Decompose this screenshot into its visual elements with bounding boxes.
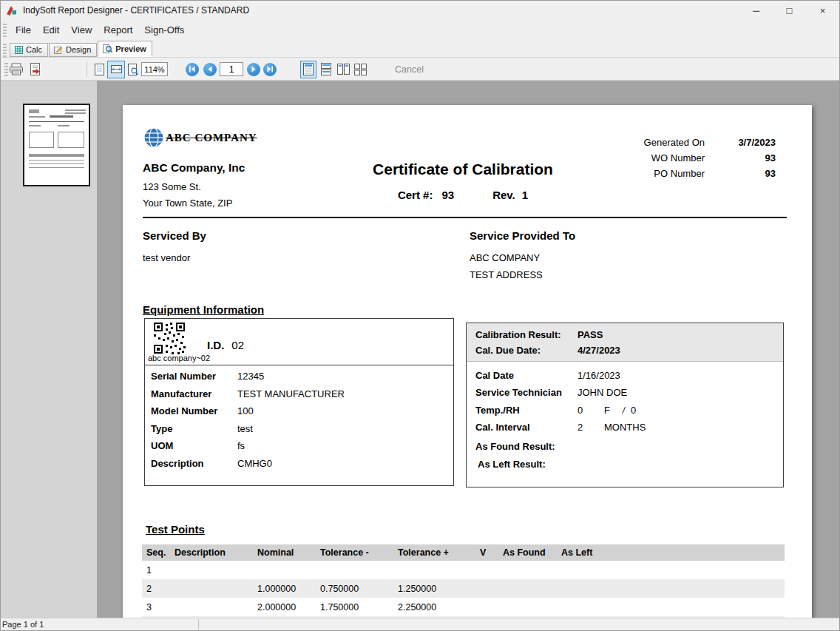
menu-edit[interactable]: Edit: [37, 22, 65, 38]
field-value: 12345: [237, 371, 264, 382]
document-page: ABC COMPANY Generated On 3/7/2023 WO Num…: [123, 105, 812, 618]
col-description: Description: [175, 544, 226, 561]
single-page-view-button[interactable]: [300, 61, 316, 78]
facing-pages-view-button[interactable]: [335, 61, 351, 78]
cert-number-line: Cert #: 93 Rev. 1: [123, 189, 803, 201]
continuous-view-button[interactable]: [318, 61, 334, 78]
id-value: 02: [231, 339, 244, 351]
menu-bar: File Edit View Report Sign-Offs: [1, 20, 839, 40]
field-label: Type: [151, 420, 237, 437]
col-tolerance-plus: Tolerance +: [398, 544, 449, 561]
field-separator: /: [617, 402, 631, 419]
id-label: I.D.: [207, 339, 224, 351]
qr-caption: abc company~02: [148, 354, 210, 362]
window-title: IndySoft Report Designer - CERTIFICATES …: [23, 5, 249, 16]
tab-design[interactable]: Design: [49, 43, 97, 57]
equipment-box: I.D.02 abc company~02 Serial Number12345…: [144, 318, 454, 486]
export-button[interactable]: [27, 61, 44, 78]
continuous-view-icon: [321, 63, 331, 75]
field-value: 1/16/2023: [578, 367, 620, 384]
tab-calc[interactable]: Calc: [10, 43, 48, 57]
close-icon[interactable]: ×: [806, 1, 839, 20]
zoom-page-icon: [128, 64, 138, 75]
next-page-button[interactable]: [247, 63, 260, 76]
globe-icon: [143, 127, 164, 148]
field-label: As Left Result:: [478, 456, 580, 473]
cancel-button[interactable]: Cancel: [395, 64, 424, 75]
field-label: As Found Result:: [475, 438, 578, 455]
as-left-result-row: As Left Result:: [478, 456, 580, 473]
print-button[interactable]: [7, 61, 25, 78]
cell-seq: 1: [146, 561, 152, 579]
multiple-pages-view-icon: [354, 64, 367, 75]
cert-number: 93: [441, 189, 454, 201]
whole-page-icon: [95, 64, 104, 75]
field-value: PASS: [578, 329, 603, 340]
whole-page-button[interactable]: [90, 61, 108, 78]
table-header-row: Seq. Description Nominal Tolerance - Tol…: [142, 544, 785, 561]
menu-report[interactable]: Report: [98, 22, 138, 38]
multiple-pages-view-button[interactable]: [352, 61, 368, 78]
col-as-left: As Left: [561, 544, 592, 561]
col-as-found: As Found: [503, 544, 546, 561]
calibration-result-row: Calibration Result:PASS: [475, 327, 603, 343]
cell-tolerance-plus: 1.250000: [398, 579, 436, 598]
cal-interval-row: Cal. Interval2MONTHS: [475, 419, 646, 436]
page-number-input[interactable]: [220, 62, 243, 76]
cell-seq: 2: [146, 579, 152, 598]
previous-page-button[interactable]: [203, 63, 217, 76]
tabbar-grip: [3, 44, 7, 57]
equipment-field-row: Model Number100: [151, 402, 254, 419]
test-points-heading: Test Points: [146, 523, 205, 536]
field-value: test: [237, 423, 253, 434]
last-page-button[interactable]: [263, 63, 277, 76]
menu-file[interactable]: File: [10, 22, 37, 38]
rev-label: Rev.: [492, 189, 515, 201]
tab-bar: Calc Design Preview: [1, 40, 839, 58]
table-row: 2 1.000000 0.750000 1.250000: [142, 579, 785, 598]
maximize-icon[interactable]: □: [773, 1, 806, 20]
field-value: 0: [578, 402, 604, 419]
printer-icon: [10, 63, 23, 75]
cell-nominal: 2.000000: [257, 598, 296, 616]
serviced-by-heading: Serviced By: [143, 229, 206, 242]
preview-toolbar: 114%: [1, 58, 839, 81]
title-bar: IndySoft Report Designer - CERTIFICATES …: [1, 1, 839, 20]
menu-view[interactable]: View: [65, 22, 98, 38]
equipment-id-line: I.D.02: [207, 339, 244, 351]
minimize-icon[interactable]: ─: [739, 1, 773, 20]
cell-seq: 3: [146, 598, 152, 616]
page-thumbnail[interactable]: [23, 104, 90, 186]
service-provided-to-heading: Service Provided To: [470, 229, 575, 242]
first-page-button[interactable]: [186, 63, 199, 76]
field-label: Description: [151, 455, 237, 472]
cell-nominal: 1.000000: [257, 579, 296, 598]
page-width-button[interactable]: [107, 61, 125, 78]
table-row: 1: [142, 561, 785, 579]
field-value: MONTHS: [604, 419, 646, 436]
magnifier-icon: [103, 44, 112, 53]
page-width-icon: [111, 64, 122, 75]
field-label: Cal. Interval: [475, 419, 578, 436]
field-value: 0: [631, 405, 636, 416]
next-page-icon: [251, 66, 257, 72]
app-icon: [5, 4, 18, 16]
field-label: Service Technician: [475, 384, 578, 401]
field-label: Model Number: [151, 402, 237, 419]
zoom-mode-button[interactable]: [124, 61, 142, 78]
tab-design-label: Design: [66, 45, 91, 54]
service-provided-to-line2: TEST ADDRESS: [470, 269, 543, 280]
zoom-level-display[interactable]: 114%: [141, 62, 168, 76]
qr-code: [152, 321, 186, 358]
field-value: JOHN DOE: [578, 384, 627, 401]
facing-pages-view-icon: [337, 64, 350, 75]
thumbnail-sidebar: [1, 81, 97, 618]
tab-preview[interactable]: Preview: [98, 41, 152, 57]
menu-signoffs[interactable]: Sign-Offs: [138, 22, 190, 38]
field-value: 4/27/2023: [578, 345, 620, 356]
last-page-icon: [266, 66, 274, 72]
equipment-field-row: Serial Number12345: [151, 368, 264, 385]
field-value: TEST MANUFACTURER: [237, 388, 345, 399]
pencil-icon: [54, 45, 63, 54]
status-bar: Page 1 of 1: [1, 618, 839, 630]
